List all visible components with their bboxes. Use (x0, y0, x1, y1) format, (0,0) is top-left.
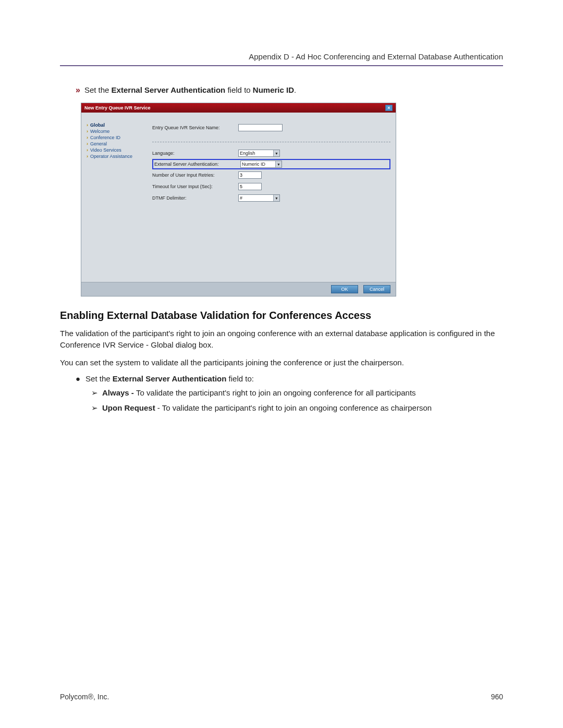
intro-bullet: » Set the External Server Authentication… (76, 84, 503, 95)
chevron-down-icon: ▼ (275, 161, 282, 167)
section-para1: The validation of the participant's righ… (60, 328, 503, 351)
dialog-titlebar: New Entry Queue IVR Service × (81, 103, 396, 113)
t: Set the (85, 374, 113, 383)
chevron-icon: › (87, 154, 88, 159)
chevron-down-icon: ▼ (273, 150, 279, 156)
separator (152, 142, 390, 142)
arrow-icon: ➢ (91, 402, 98, 413)
retries-input[interactable] (238, 171, 262, 179)
nav-general[interactable]: ›General (87, 141, 144, 147)
nav-label: Video Services (90, 147, 121, 153)
section-heading: Enabling External Database Validation fo… (60, 310, 503, 322)
dialog-nav: ›Global ›Welcome ›Conference ID ›General… (87, 122, 149, 277)
chevron-icon: › (87, 129, 88, 134)
close-icon[interactable]: × (385, 105, 393, 111)
chevron-icon: › (87, 147, 88, 153)
row-service-name: Entry Queue IVR Service Name: (152, 122, 390, 133)
row-dtmf: DTMF Delimiter: # ▼ (152, 192, 390, 204)
language-label: Language: (152, 151, 238, 156)
service-name-input[interactable] (238, 124, 283, 131)
nav-conference-id[interactable]: ›Conference ID (87, 134, 144, 141)
page-header: Appendix D - Ad Hoc Conferencing and Ext… (60, 52, 503, 66)
chevron-icon: › (87, 135, 88, 140)
page-footer: Polycom®, Inc. 960 (60, 693, 503, 701)
nav-label: Conference ID (90, 135, 120, 140)
t: . (294, 85, 296, 94)
nav-label: Welcome (90, 129, 109, 134)
bullet-set-field: ● Set the External Server Authentication… (76, 374, 503, 383)
chevron-icon: › (87, 141, 88, 146)
nav-operator-assistance[interactable]: ›Operator Assistance (87, 153, 144, 159)
nav-video-services[interactable]: ›Video Services (87, 147, 144, 153)
chevron-down-icon: ▼ (273, 195, 279, 201)
timeout-input[interactable] (238, 183, 262, 190)
retries-label: Number of User Input Retries: (152, 172, 238, 178)
dialog-form: Entry Queue IVR Service Name: Language: … (149, 122, 390, 277)
nav-label: Global (90, 122, 105, 128)
dialog-footer: OK Cancel (81, 282, 396, 296)
select-value: # (240, 195, 242, 201)
ok-button[interactable]: OK (331, 285, 358, 293)
row-timeout: Timeout for User Input (Sec): (152, 181, 390, 192)
dialog-window: New Entry Queue IVR Service × ›Global ›W… (81, 103, 396, 297)
arrow-text: Always - To validate the participant's r… (102, 387, 416, 398)
select-value: Numeric ID (242, 162, 265, 167)
section-para2: You can set the system to validate all t… (60, 357, 503, 368)
t: Numeric ID (253, 85, 294, 94)
dtmf-label: DTMF Delimiter: (152, 195, 238, 201)
chevron-icon: › (87, 122, 88, 128)
row-ext-auth: External Server Authentication: Numeric … (152, 159, 390, 169)
dialog-screenshot: New Entry Queue IVR Service × ›Global ›W… (81, 103, 503, 297)
nav-label: Operator Assistance (90, 154, 132, 159)
dtmf-select[interactable]: # ▼ (238, 194, 280, 202)
language-select[interactable]: English ▼ (238, 150, 280, 157)
intro-bullet-text: Set the External Server Authentication f… (84, 84, 296, 95)
arrow-always: ➢ Always - To validate the participant's… (91, 387, 503, 398)
t: - To validate the participant's right to… (155, 403, 432, 412)
t: field to: (226, 374, 254, 383)
arrow-upon-request: ➢ Upon Request - To validate the partici… (91, 402, 503, 413)
nav-label: General (90, 141, 107, 146)
t: Set the (84, 85, 112, 94)
row-retries: Number of User Input Retries: (152, 169, 390, 181)
service-name-label: Entry Queue IVR Service Name: (152, 125, 238, 130)
row-language: Language: English ▼ (152, 147, 390, 159)
nav-global[interactable]: ›Global (87, 122, 144, 128)
nav-welcome[interactable]: ›Welcome (87, 128, 144, 134)
t: External Server Authentication (113, 374, 227, 383)
t: To validate the participant's right to j… (136, 388, 416, 397)
select-value: English (240, 151, 255, 156)
t: External Server Authentication (112, 85, 226, 94)
dialog-title-text: New Entry Queue IVR Service (84, 105, 151, 110)
t: field to (225, 85, 253, 94)
ext-auth-select[interactable]: Numeric ID ▼ (240, 161, 282, 168)
ext-auth-label: External Server Authentication: (154, 162, 240, 167)
t: Upon Request (102, 403, 155, 412)
footer-company: Polycom®, Inc. (60, 693, 109, 701)
t: Always - (102, 388, 136, 397)
cancel-button[interactable]: Cancel (363, 285, 390, 293)
raquo-marker: » (76, 85, 80, 95)
bullet-text: Set the External Server Authentication f… (85, 374, 254, 383)
arrow-icon: ➢ (91, 387, 98, 398)
timeout-label: Timeout for User Input (Sec): (152, 184, 238, 189)
bullet-dot: ● (76, 374, 80, 383)
footer-page-number: 960 (491, 693, 503, 701)
arrow-text: Upon Request - To validate the participa… (102, 402, 432, 413)
